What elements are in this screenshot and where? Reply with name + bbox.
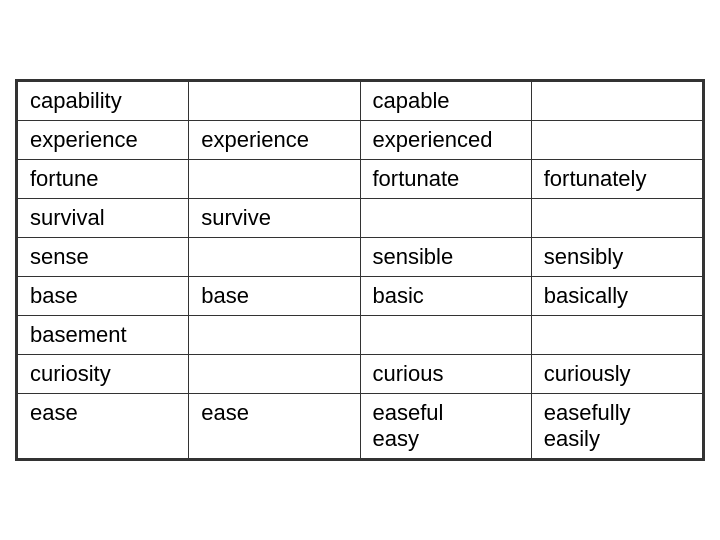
table-cell: curious xyxy=(360,355,531,394)
table-cell: experienced xyxy=(360,121,531,160)
table-cell: capable xyxy=(360,82,531,121)
table-cell xyxy=(189,316,360,355)
table-cell: curiously xyxy=(531,355,702,394)
table-cell xyxy=(189,82,360,121)
table-row: sensesensiblesensibly xyxy=(18,238,703,277)
table-cell: basically xyxy=(531,277,702,316)
table-cell: base xyxy=(18,277,189,316)
table-cell: sense xyxy=(18,238,189,277)
table-row: survivalsurvive xyxy=(18,199,703,238)
table-cell xyxy=(360,316,531,355)
table-row: basement xyxy=(18,316,703,355)
table-cell: sensibly xyxy=(531,238,702,277)
table-row: curiositycuriouscuriously xyxy=(18,355,703,394)
table-cell xyxy=(189,238,360,277)
table-cell: survival xyxy=(18,199,189,238)
table-cell xyxy=(189,355,360,394)
table-cell: ease xyxy=(18,394,189,459)
table-cell xyxy=(360,199,531,238)
table-cell xyxy=(189,160,360,199)
table-cell: sensible xyxy=(360,238,531,277)
table-row: capabilitycapable xyxy=(18,82,703,121)
table-cell: curiosity xyxy=(18,355,189,394)
table-cell xyxy=(531,316,702,355)
table-cell xyxy=(531,199,702,238)
table-row: fortunefortunatefortunately xyxy=(18,160,703,199)
table-cell xyxy=(531,121,702,160)
table-cell: survive xyxy=(189,199,360,238)
word-forms-table: capabilitycapableexperienceexperienceexp… xyxy=(15,79,705,461)
table-cell: ease xyxy=(189,394,360,459)
table-cell: easefuleasy xyxy=(360,394,531,459)
table-row: basebasebasicbasically xyxy=(18,277,703,316)
table-cell: capability xyxy=(18,82,189,121)
table-row: easeeaseeasefuleasyeasefullyeasily xyxy=(18,394,703,459)
table-cell: experience xyxy=(189,121,360,160)
table-row: experienceexperienceexperienced xyxy=(18,121,703,160)
table-cell: easefullyeasily xyxy=(531,394,702,459)
table-cell: fortunate xyxy=(360,160,531,199)
table-cell: basic xyxy=(360,277,531,316)
table-cell: experience xyxy=(18,121,189,160)
table-cell: base xyxy=(189,277,360,316)
table-cell: fortunately xyxy=(531,160,702,199)
table-cell: basement xyxy=(18,316,189,355)
table-cell xyxy=(531,82,702,121)
table-cell: fortune xyxy=(18,160,189,199)
